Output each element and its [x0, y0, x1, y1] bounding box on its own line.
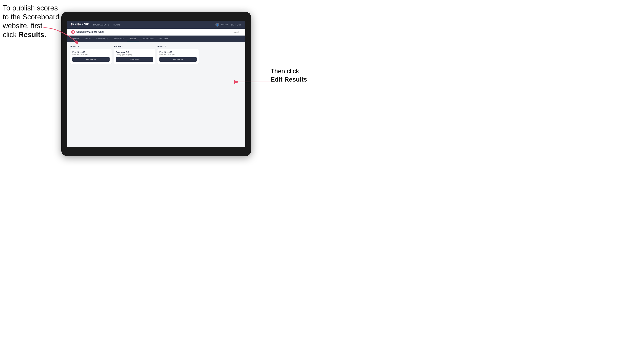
round-2-course-name: Peachtree GC	[116, 51, 153, 53]
edit-results-btn-1[interactable]: Edit Results	[72, 57, 110, 62]
round-3-course-name: Peachtree GC	[160, 51, 196, 53]
main-content: Round 1 Peachtree GC Gold (M) (7010 yds)…	[67, 42, 245, 147]
nav-teams[interactable]: TEAMS	[113, 23, 120, 27]
tablet-frame: SCOREBOARD Powered by clippd TOURNAMENTS…	[61, 12, 251, 156]
round-1-course-name: Peachtree GC	[72, 51, 110, 53]
instruction-line1: To publish scores	[3, 4, 58, 12]
nav-links: TOURNAMENTS TEAMS	[93, 23, 215, 27]
round-2-course-detail: Gold (M) (7010 yds)	[116, 54, 153, 56]
tournament-header: C Clippd Invitational (Open) Cancel ✕	[67, 29, 245, 35]
arrow-to-results	[42, 26, 81, 47]
instruction-right-period: .	[307, 76, 309, 83]
round-3-course-detail: Gold (M) (7010 yds)	[160, 54, 196, 56]
tab-tee-groups[interactable]: Tee Groups	[111, 35, 127, 42]
round-1-course-detail: Gold (M) (7010 yds)	[72, 54, 110, 56]
round-2-column: Round 2 Peachtree GC Gold (M) (7010 yds)…	[114, 45, 155, 64]
cancel-label: Cancel	[233, 31, 239, 33]
nav-sign-out[interactable]: Sign out	[231, 23, 241, 27]
tab-course-setup[interactable]: Course Setup	[93, 35, 111, 42]
instruction-line2: to the Scoreboard	[3, 13, 59, 21]
round-3-title: Round 3	[158, 45, 198, 48]
nav-user-text: Test User |	[221, 24, 230, 26]
round-2-card: Peachtree GC Gold (M) (7010 yds) Edit Re…	[114, 49, 155, 64]
top-nav: SCOREBOARD Powered by clippd TOURNAMENTS…	[67, 21, 245, 29]
round-1-column: Round 1 Peachtree GC Gold (M) (7010 yds)…	[70, 45, 112, 64]
round-1-card: Peachtree GC Gold (M) (7010 yds) Edit Re…	[70, 49, 112, 64]
tab-teams[interactable]: Teams	[82, 35, 93, 42]
instruction-right-line1: Then click	[270, 68, 299, 75]
instruction-line4: click	[3, 31, 18, 39]
round-3-card: Peachtree GC Gold (M) (7010 yds) Edit Re…	[158, 49, 198, 64]
tab-printables[interactable]: Printables	[157, 35, 171, 42]
instruction-bold-results: Results	[18, 31, 44, 39]
nav-tournaments[interactable]: TOURNAMENTS	[93, 23, 109, 27]
rounds-grid: Round 1 Peachtree GC Gold (M) (7010 yds)…	[70, 45, 242, 64]
nav-right: 👤 Test User | Sign out	[216, 23, 241, 27]
round-3-column: Round 3 Peachtree GC Gold (M) (7010 yds)…	[158, 45, 198, 64]
avatar-icon: 👤	[216, 24, 218, 26]
tab-leaderboards[interactable]: Leaderboards	[139, 35, 157, 42]
instruction-right: Then click Edit Results.	[270, 67, 316, 84]
user-avatar: 👤	[216, 23, 219, 27]
tab-bar: Details Teams Course Setup Tee Groups Re…	[67, 35, 245, 42]
round-4-column-empty	[201, 45, 242, 64]
edit-results-btn-3[interactable]: Edit Results	[160, 57, 196, 62]
logo-text: SCOREBOARD	[71, 23, 89, 25]
cancel-button[interactable]: Cancel ✕	[233, 31, 241, 33]
close-icon: ✕	[240, 31, 241, 33]
tab-results[interactable]: Results	[127, 35, 139, 42]
edit-results-btn-2[interactable]: Edit Results	[116, 57, 153, 62]
instruction-bold-edit: Edit Results	[270, 76, 307, 83]
round-2-title: Round 2	[114, 45, 155, 48]
instruction-line3: website, first	[3, 22, 42, 30]
arrow-to-edit-results	[236, 76, 272, 88]
tablet-screen: SCOREBOARD Powered by clippd TOURNAMENTS…	[67, 21, 245, 147]
